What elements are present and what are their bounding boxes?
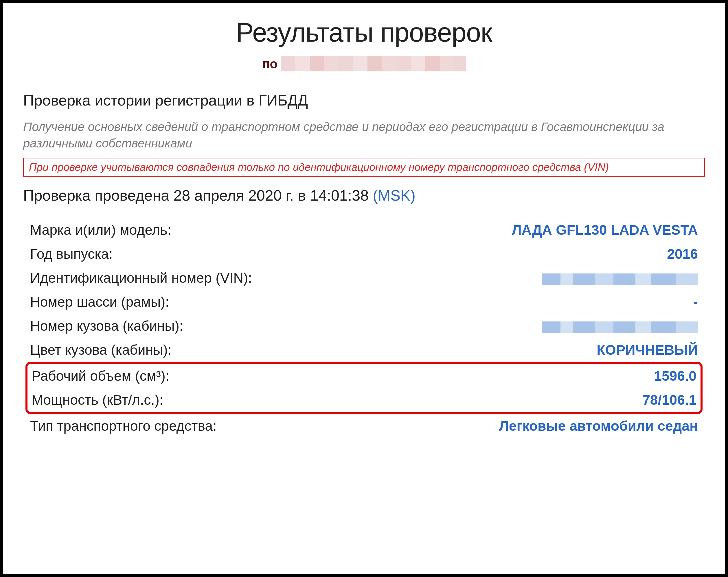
vin-warning-box: При проверке учитываются совпадения толь… — [23, 158, 705, 177]
spec-label: Тип транспортного средства: — [30, 418, 217, 434]
spec-value: КОРИЧНЕВЫЙ — [597, 342, 698, 358]
timezone: (MSK) — [373, 187, 416, 204]
subtitle-prefix: по — [262, 57, 278, 71]
section-title: Проверка истории регистрации в ГИБДД — [23, 92, 705, 109]
document-frame: Результаты проверок по Проверка истории … — [0, 0, 728, 577]
spec-row-body-no: Номер кузова (кабины): — [28, 314, 700, 338]
spec-value: ЛАДА GFL130 LADA VESTA — [512, 222, 698, 238]
spec-label: Цвет кузова (кабины): — [30, 342, 172, 358]
spec-label: Год выпуска: — [30, 246, 112, 262]
spec-value — [542, 318, 698, 334]
spec-label: Марка и(или) модель: — [30, 222, 171, 238]
spec-label: Номер шасси (рамы): — [30, 294, 169, 310]
spec-value — [542, 270, 698, 286]
page-title: Результаты проверок — [23, 17, 705, 48]
spec-row-color: Цвет кузова (кабины): КОРИЧНЕВЫЙ — [28, 338, 700, 362]
spec-row-vin: Идентификационный номер (VIN): — [28, 266, 700, 290]
spec-label: Мощность (кВт/л.с.): — [31, 392, 163, 408]
spec-row-power: Мощность (кВт/л.с.): 78/106.1 — [29, 388, 699, 412]
redacted-body-no-value — [542, 322, 698, 333]
spec-row-chassis: Номер шасси (рамы): - — [28, 290, 700, 314]
spec-value: - — [693, 294, 698, 310]
check-timestamp: Проверка проведена 28 апреля 2020 г. в 1… — [23, 187, 705, 204]
spec-row-model: Марка и(или) модель: ЛАДА GFL130 LADA VE… — [28, 218, 700, 242]
highlighted-specs: Рабочий объем (см³): 1596.0 Мощность (кВ… — [25, 362, 703, 414]
spec-label: Рабочий объем (см³): — [31, 368, 169, 384]
subtitle-line: по — [23, 56, 705, 72]
spec-label: Номер кузова (кабины): — [30, 318, 183, 334]
spec-value: 78/106.1 — [642, 392, 697, 408]
section-intro: Получение основных сведений о транспортн… — [23, 119, 705, 152]
timestamp-text: Проверка проведена 28 апреля 2020 г. в 1… — [23, 187, 373, 204]
spec-row-displacement: Рабочий объем (см³): 1596.0 — [29, 364, 699, 388]
spec-value: Легковые автомобили седан — [499, 418, 698, 434]
spec-row-type: Тип транспортного средства: Легковые авт… — [28, 414, 700, 438]
spec-list: Марка и(или) модель: ЛАДА GFL130 LADA VE… — [28, 218, 700, 438]
spec-value: 1596.0 — [654, 368, 697, 384]
spec-value: 2016 — [667, 246, 698, 262]
spec-label: Идентификационный номер (VIN): — [30, 270, 252, 286]
redacted-vin-subtitle — [281, 56, 466, 72]
redacted-vin-value — [542, 273, 698, 285]
spec-row-year: Год выпуска: 2016 — [28, 242, 700, 266]
